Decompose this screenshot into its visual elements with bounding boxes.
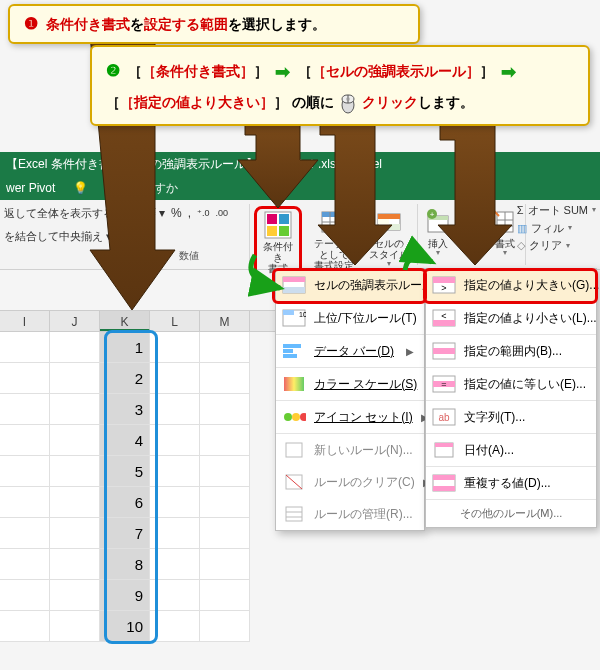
col-header-k[interactable]: K [100,311,150,331]
menu-item-date-occurring[interactable]: 日付(A)... [426,433,596,466]
window-title-bar: 【Excel 条件付き書式 セルの強調表示ルール】を学ぼう！.xlsx - Ex… [0,152,600,176]
merge-center-button[interactable]: を結合して中央揃え ▾ [4,229,112,244]
clear-rules-icon [282,472,306,492]
svg-point-39 [292,413,300,421]
cell-k-10[interactable]: 10 [100,611,150,642]
cell-styles-icon [375,208,403,236]
menu-item-text-contains[interactable]: ab 文字列(T)... [426,400,596,433]
delete-cells-button[interactable]: × 削除▾ [456,206,488,258]
duplicate-icon [432,473,456,493]
tab-powerpivot[interactable]: wer Pivot [6,181,55,195]
step-number-1: ❶ [24,15,38,32]
svg-text:<: < [441,311,446,321]
menu-item-highlight-rules[interactable]: セルの強調表示ルール(H) ▶ [276,269,424,301]
cell-k-6[interactable]: 6 [100,487,150,518]
menu-item-duplicate-values[interactable]: 重複する値(D)... [426,466,596,499]
col-header-j[interactable]: J [50,311,100,331]
menu-item-between[interactable]: 指定の範囲内(B)... [426,334,596,367]
col-header-l[interactable]: L [150,311,200,331]
currency-dropdown[interactable]: ¥ ▾ [149,206,165,220]
col-header-i[interactable]: I [0,311,50,331]
ribbon-tab-row: wer Pivot 💡 何をしますか [0,176,600,200]
cell-k-5[interactable]: 5 [100,456,150,487]
col-header-m[interactable]: M [200,311,250,331]
autosum-button[interactable]: Σオート SUM ▾ [517,202,596,220]
svg-rect-36 [283,354,297,358]
between-icon [432,341,456,361]
svg-rect-6 [279,214,289,224]
worksheet-grid[interactable]: 1 2 3 4 5 6 7 8 9 10 [0,332,280,642]
svg-rect-37 [284,377,304,391]
mouse-icon [340,92,356,114]
arrow-right-icon: ➡ [498,55,520,89]
tell-me-input[interactable]: 何をしますか [106,180,178,197]
svg-rect-3 [346,97,349,101]
icon-sets-icon [282,407,306,427]
cell-k-4[interactable]: 4 [100,425,150,456]
callout-step-1: ❶ 条件付き書式を設定する範囲を選択します。 [8,4,420,44]
menu-item-less-than[interactable]: < 指定の値より小さい(L)... [426,301,596,334]
text-icon: ab [432,407,456,427]
top-bottom-icon: 10 [282,308,306,328]
menu-item-data-bars[interactable]: データ バー(D) ▶ [276,334,424,367]
svg-rect-32 [283,310,294,315]
svg-rect-7 [267,226,277,236]
menu-item-new-rule[interactable]: 新しいルール(N)... [276,433,424,466]
svg-text:>: > [441,283,446,293]
svg-text:×: × [463,210,468,219]
svg-point-40 [300,413,306,421]
svg-rect-41 [286,443,302,457]
cell-k-3[interactable]: 3 [100,394,150,425]
cell-k-8[interactable]: 8 [100,549,150,580]
table-icon [320,208,348,236]
menu-item-top-bottom[interactable]: 10 上位/下位ルール(T) ▶ [276,301,424,334]
svg-rect-18 [389,224,400,230]
arrow-right-icon: ➡ [272,55,294,89]
cell-k-1[interactable]: 1 [100,332,150,363]
svg-rect-8 [279,226,289,236]
wrap-text-button[interactable]: 返して全体を表示する [4,206,114,221]
menu-item-more-rules[interactable]: その他のルール(M)... [426,499,596,527]
svg-rect-10 [322,212,346,217]
menu-item-equal-to[interactable]: = 指定の値に等しい(E)... [426,367,596,400]
date-icon [432,440,456,460]
svg-text:ab: ab [438,412,450,423]
menu-item-icon-sets[interactable]: アイコン セット(I) ▶ [276,400,424,433]
equal-icon: = [432,374,456,394]
submenu-arrow-icon: ▶ [406,346,414,357]
menu-item-color-scales[interactable]: カラー スケール(S) ▶ [276,367,424,400]
greater-than-icon: > [432,275,456,295]
svg-rect-29 [283,277,305,282]
cell-k-2[interactable]: 2 [100,363,150,394]
insert-cells-button[interactable]: + 挿入▾ [422,206,454,258]
delete-icon: × [458,208,486,236]
manage-rules-icon [282,504,306,524]
svg-rect-35 [283,349,293,353]
svg-rect-5 [267,214,277,224]
column-headers: I J K L M [0,310,280,332]
ribbon: 返して全体を表示する を結合して中央揃え ▾ ¥ ▾ % , ⁺.0 .00 数… [0,200,600,270]
fill-button[interactable]: ▥フィル ▾ [517,220,596,238]
svg-rect-61 [435,443,453,447]
svg-text:+: + [429,210,434,219]
increase-decimal-button[interactable]: ⁺.0 [197,208,210,218]
decrease-decimal-button[interactable]: .00 [216,208,229,218]
svg-rect-17 [378,219,389,224]
format-icon [491,208,519,236]
cell-styles-button[interactable]: セルの スタイル▾ [365,206,413,269]
conditional-formatting-menu: セルの強調表示ルール(H) ▶ 10 上位/下位ルール(T) ▶ データ バー(… [275,268,425,531]
svg-rect-63 [433,475,455,480]
cell-k-9[interactable]: 9 [100,580,150,611]
cell-k-7[interactable]: 7 [100,518,150,549]
percent-button[interactable]: % [171,206,182,220]
svg-rect-34 [283,344,301,348]
highlight-rules-submenu: > 指定の値より大きい(G)... < 指定の値より小さい(L)... 指定の範… [425,268,597,528]
comma-button[interactable]: , [188,206,191,220]
menu-item-greater-than[interactable]: > 指定の値より大きい(G)... [426,269,596,301]
conditional-formatting-icon [264,211,292,239]
menu-item-manage-rules[interactable]: ルールの管理(R)... [276,498,424,530]
data-bars-icon [282,341,306,361]
menu-item-clear-rules[interactable]: ルールのクリア(C) ▶ [276,466,424,498]
clear-button[interactable]: ◇クリア ▾ [517,237,596,255]
editing-group: Σオート SUM ▾ ▥フィル ▾ ◇クリア ▾ [517,202,596,255]
